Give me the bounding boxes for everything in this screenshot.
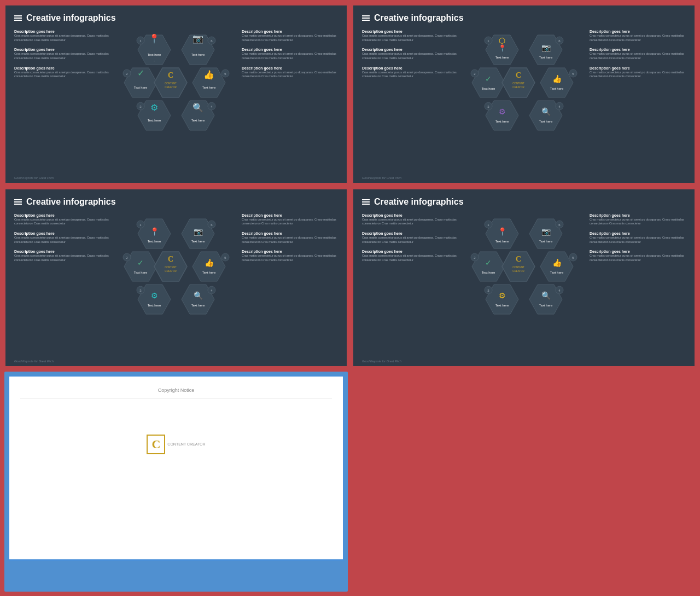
svg-text:👍: 👍 xyxy=(205,258,214,268)
logo-letter: C xyxy=(147,435,165,454)
svg-text:CONTENT: CONTENT xyxy=(512,266,524,269)
svg-text:⚙: ⚙ xyxy=(499,107,506,116)
svg-text:Text here: Text here xyxy=(191,240,205,243)
slide-3-left-col: Description goes here Cras mattis consec… xyxy=(14,213,110,265)
svg-text:CREATOR: CREATOR xyxy=(165,270,177,273)
svg-text:🔍: 🔍 xyxy=(541,291,551,300)
svg-text:CREATOR: CREATOR xyxy=(512,270,524,273)
desc-block-r2: Description goes here Cras mattis consec… xyxy=(242,48,338,60)
slide-1-content: Description goes here Cras mattis consec… xyxy=(14,30,338,150)
svg-text:👍: 👍 xyxy=(552,258,562,268)
slide-2-content: Description goes here Cras mattis consec… xyxy=(362,30,686,150)
slide-1: Creative infographics Description goes h… xyxy=(4,4,348,184)
svg-text:CONTENT: CONTENT xyxy=(165,266,177,269)
svg-text:Text here: Text here xyxy=(202,86,216,89)
desc-text-r3: Cras mattis consectetur purus sit amet p… xyxy=(242,71,338,79)
svg-text:⬡: ⬡ xyxy=(499,36,505,45)
empty-bottom-right xyxy=(352,372,696,592)
svg-text:Text here: Text here xyxy=(495,120,509,123)
svg-text:✓: ✓ xyxy=(485,74,492,83)
desc-text-2: Cras mattis consectetur purus sit amet p… xyxy=(14,52,110,60)
slide-4-content: Description goes here Cras mattis consec… xyxy=(362,213,686,334)
desc-text-r1: Cras mattis consectetur purus sit amet p… xyxy=(242,34,338,42)
slide-2-title: Creative infographics xyxy=(374,13,464,23)
slide-4-left-col: Description goes here Cras mattis consec… xyxy=(362,213,458,265)
desc-text-1: Cras mattis consectetur purus sit amet p… xyxy=(14,34,110,42)
desc-text-3: Cras mattis consectetur purus sit amet p… xyxy=(14,71,110,79)
slide-1-left-col: Description goes here Cras mattis consec… xyxy=(14,30,110,81)
slide-1-right-col: Description goes here Cras mattis consec… xyxy=(242,30,338,81)
svg-text:📍: 📍 xyxy=(149,33,160,44)
svg-text:Text here: Text here xyxy=(134,271,148,274)
svg-text:Text here: Text here xyxy=(495,56,509,59)
svg-text:✓: ✓ xyxy=(137,258,144,267)
s2-desc-3: Description goes here Cras mattis consec… xyxy=(362,66,458,79)
svg-text:🔍: 🔍 xyxy=(192,102,203,113)
s2-desc-2: Description goes here Cras mattis consec… xyxy=(362,48,458,60)
svg-text:👍: 👍 xyxy=(552,74,562,84)
svg-text:Text here: Text here xyxy=(148,240,161,243)
slide-4-hex-area: 📍 Text here 1 📷 Text here 6 ✓ Text here … xyxy=(464,213,584,334)
svg-text:Text here: Text here xyxy=(202,271,216,274)
slide-3-content: Description goes here Cras mattis consec… xyxy=(14,213,338,334)
svg-text:⚙: ⚙ xyxy=(151,291,158,300)
slide-1-hex-area: 📍 Text here . 1 📷 Text here 6 ✓ Text her… xyxy=(116,30,236,150)
copyright-logo: C CONTENT CREATOR xyxy=(147,415,205,473)
slide-2-hex-area: ⬡ 📍 Text here 1 📷 Text here 6 ✓ Text her… xyxy=(464,30,584,150)
slide-4-right-col: Description goes here Cras mattis consec… xyxy=(590,213,686,265)
slide-1-title: Creative infographics xyxy=(26,13,116,23)
desc-title-r3: Description goes here xyxy=(242,66,338,70)
copyright-slide: Copyright Notice C CONTENT CREATOR xyxy=(8,375,345,561)
slide-3-right-col: Description goes here Cras mattis consec… xyxy=(242,213,338,265)
svg-text:🔍: 🔍 xyxy=(541,107,551,117)
svg-text:CREATOR: CREATOR xyxy=(512,86,524,89)
copyright-slide-wrapper: Copyright Notice C CONTENT CREATOR xyxy=(4,372,348,592)
svg-text:C: C xyxy=(516,71,521,79)
svg-text:🔍: 🔍 xyxy=(194,291,203,300)
svg-text:Text here: Text here xyxy=(539,120,553,123)
svg-text:Text here: Text here xyxy=(134,86,148,89)
desc-title-2: Description goes here xyxy=(14,48,110,51)
svg-text:Text here: Text here xyxy=(495,240,509,243)
slide-3-title: Creative infographics xyxy=(26,197,116,207)
desc-title-1: Description goes here xyxy=(14,30,110,33)
svg-text:C: C xyxy=(516,255,521,263)
svg-text:👍: 👍 xyxy=(203,70,214,80)
svg-text:Text here: Text here xyxy=(550,87,564,90)
desc-block-r1: Description goes here Cras mattis consec… xyxy=(242,30,338,42)
slide-2-hex-svg: ⬡ 📍 Text here 1 📷 Text here 6 ✓ Text her… xyxy=(464,30,584,150)
svg-text:📷: 📷 xyxy=(541,43,551,53)
slide-3: Creative infographics Description goes h… xyxy=(4,188,348,368)
svg-text:Text here: Text here xyxy=(539,304,553,307)
menu-icon-4 xyxy=(362,199,370,205)
menu-icon-3 xyxy=(14,199,22,205)
svg-text:Text here: Text here xyxy=(148,119,161,122)
logo-subtitle: CONTENT CREATOR xyxy=(167,442,205,447)
desc-text-r2: Cras mattis consectetur purus sit amet p… xyxy=(242,52,338,60)
svg-text:📷: 📷 xyxy=(194,227,203,236)
svg-text:CONTENT: CONTENT xyxy=(512,82,524,85)
svg-text:C: C xyxy=(168,71,173,79)
desc-title-r2: Description goes here xyxy=(242,48,338,51)
slide-2-header: Creative infographics xyxy=(362,13,686,23)
menu-icon-2 xyxy=(362,15,370,21)
svg-text:Text here: Text here xyxy=(482,271,495,274)
slide-3-hex-svg: 📍 Text here 1 📷 Text here 6 ✓ Text here … xyxy=(116,213,236,334)
s2-desc-1: Description goes here Cras mattis consec… xyxy=(362,30,458,42)
slide-4: Creative infographics Description goes h… xyxy=(352,188,696,368)
menu-icon-1 xyxy=(14,15,22,21)
slide-2-right-col: Description goes here Cras mattis consec… xyxy=(590,30,686,81)
svg-text:📍: 📍 xyxy=(150,227,160,236)
svg-text:📍: 📍 xyxy=(498,227,508,236)
slide-4-title: Creative infographics xyxy=(374,197,464,207)
slide-4-hex-svg: 📍 Text here 1 📷 Text here 6 ✓ Text here … xyxy=(464,213,584,334)
svg-text:⚙: ⚙ xyxy=(499,291,506,300)
slide-1-hex-svg: 📍 Text here . 1 📷 Text here 6 ✓ Text her… xyxy=(116,30,236,150)
svg-text:Text here: Text here xyxy=(191,53,205,56)
desc-block-2: Description goes here Cras mattis consec… xyxy=(14,48,110,60)
svg-text:Text here: Text here xyxy=(495,304,509,307)
svg-text:CREATOR: CREATOR xyxy=(165,86,177,89)
slide-1-footer: Good Keynote for Great Pitch xyxy=(14,176,54,180)
svg-text:⚙: ⚙ xyxy=(150,103,158,112)
svg-text:Text here: Text here xyxy=(148,304,161,307)
